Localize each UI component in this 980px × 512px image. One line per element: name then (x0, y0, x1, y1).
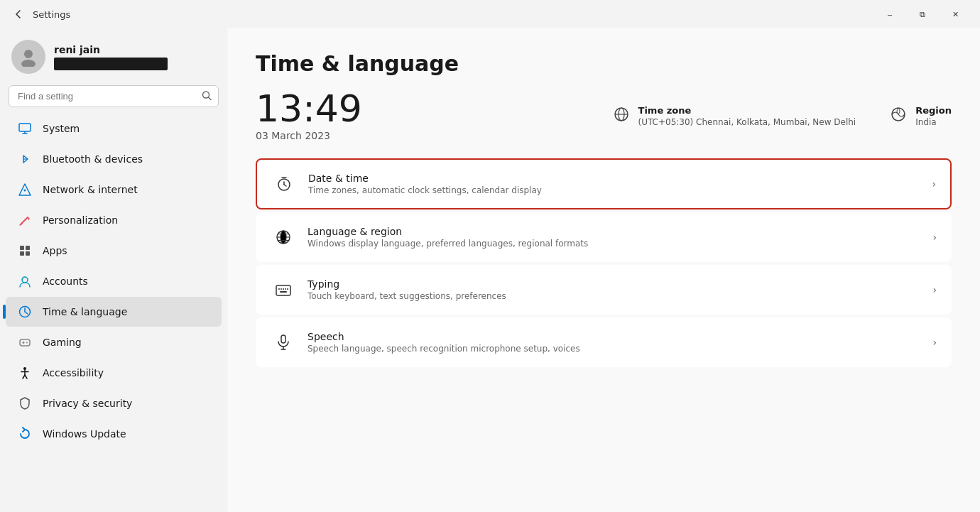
sidebar-item-apps[interactable]: Apps (6, 236, 222, 266)
maximize-button[interactable]: ⧉ (906, 0, 939, 28)
svg-rect-13 (20, 251, 24, 256)
app-container: reni jain System Bluetooth & devices Net… (0, 28, 980, 512)
bluetooth-icon (17, 151, 33, 167)
window-controls: – ⧉ ✕ (873, 0, 971, 28)
svg-point-37 (281, 231, 286, 244)
timezone-label: Time zone (638, 105, 856, 116)
svg-point-0 (24, 50, 33, 58)
main-content: Time & language 13:49 03 March 2023 (227, 28, 980, 512)
region-value: India (915, 117, 952, 127)
svg-line-34 (284, 185, 286, 186)
speech-text: Speech Speech language, speech recogniti… (307, 331, 921, 354)
sidebar-item-accounts[interactable]: Accounts (6, 266, 222, 296)
region-info: Region India (915, 105, 952, 127)
titlebar: Settings – ⧉ ✕ (0, 0, 980, 28)
speech-description: Speech language, speech recognition micr… (307, 344, 921, 354)
gaming-icon (17, 334, 33, 350)
svg-line-18 (25, 312, 28, 314)
privacy-icon (17, 396, 33, 411)
settings-item-typing[interactable]: Typing Touch keyboard, text suggestions,… (256, 265, 952, 315)
accounts-icon (17, 273, 33, 289)
back-button[interactable] (9, 4, 28, 24)
close-button[interactable]: ✕ (939, 0, 971, 28)
sidebar-item-bluetooth[interactable]: Bluetooth & devices (6, 144, 222, 174)
sidebar-item-privacy[interactable]: Privacy & security (6, 388, 222, 418)
date-time-chevron: › (932, 178, 936, 190)
settings-item-language-region[interactable]: Language & region Windows display langua… (256, 212, 952, 262)
user-email-redacted (54, 58, 168, 70)
sidebar-item-system[interactable]: System (6, 114, 222, 143)
date-time-title: Date & time (308, 173, 920, 184)
clock-display: 13:49 (256, 90, 613, 127)
typing-description: Touch keyboard, text suggestions, prefer… (307, 291, 921, 301)
titlebar-title: Settings (33, 9, 873, 20)
sidebar-item-label-privacy: Privacy & security (43, 398, 132, 409)
time-info-bar: 13:49 03 March 2023 Time zone (UTC+05:30… (256, 90, 952, 141)
svg-line-3 (209, 97, 212, 100)
apps-icon (17, 243, 33, 258)
sidebar: reni jain System Bluetooth & devices Net… (0, 28, 227, 512)
speech-chevron: › (932, 337, 937, 348)
svg-rect-12 (26, 246, 30, 250)
sidebar-item-label-network: Network & internet (43, 184, 138, 195)
sidebar-item-personalization[interactable]: Personalization (6, 205, 222, 235)
nav-menu: System Bluetooth & devices Network & int… (0, 113, 227, 450)
language-region-icon (271, 224, 296, 250)
region-label: Region (915, 105, 952, 116)
sidebar-item-label-personalization: Personalization (43, 214, 118, 226)
time-icon (17, 304, 33, 320)
system-icon (17, 121, 33, 136)
svg-point-15 (22, 277, 28, 283)
accessibility-icon (17, 365, 33, 381)
current-time: 13:49 03 March 2023 (256, 90, 613, 141)
typing-title: Typing (307, 278, 921, 290)
timezone-block: Time zone (UTC+05:30) Chennai, Kolkata, … (613, 105, 856, 127)
language-region-text: Language & region Windows display langua… (307, 226, 921, 249)
svg-line-26 (23, 375, 25, 378)
language-region-chevron: › (932, 232, 937, 243)
user-info: reni jain (54, 44, 168, 70)
minimize-button[interactable]: – (873, 0, 906, 28)
date-time-description: Time zones, automatic clock settings, ca… (308, 185, 920, 195)
timezone-icon (613, 106, 630, 126)
settings-list: Date & time Time zones, automatic clock … (256, 158, 952, 367)
svg-rect-4 (19, 124, 31, 131)
page-title: Time & language (256, 51, 952, 76)
settings-item-date-time[interactable]: Date & time Time zones, automatic clock … (256, 158, 952, 209)
sidebar-item-gaming[interactable]: Gaming (6, 327, 222, 357)
sidebar-item-time[interactable]: Time & language (6, 297, 222, 327)
avatar (11, 40, 45, 74)
region-icon (890, 106, 907, 126)
user-name: reni jain (54, 44, 168, 55)
date-time-icon (271, 171, 297, 197)
typing-text: Typing Touch keyboard, text suggestions,… (307, 278, 921, 301)
date-time-text: Date & time Time zones, automatic clock … (308, 173, 920, 195)
svg-rect-45 (281, 335, 285, 343)
sidebar-item-label-accessibility: Accessibility (43, 367, 104, 378)
sidebar-item-accessibility[interactable]: Accessibility (6, 358, 222, 388)
svg-rect-11 (20, 246, 24, 250)
personalization-icon (17, 212, 33, 228)
sidebar-item-label-time: Time & language (43, 306, 127, 317)
sidebar-item-label-bluetooth: Bluetooth & devices (43, 153, 143, 165)
language-region-title: Language & region (307, 226, 921, 237)
svg-point-8 (24, 190, 26, 192)
svg-rect-38 (276, 285, 290, 295)
speech-title: Speech (307, 331, 921, 342)
sidebar-item-label-apps: Apps (43, 245, 67, 256)
sidebar-item-update[interactable]: Windows Update (6, 419, 222, 449)
svg-point-22 (26, 342, 28, 344)
svg-rect-19 (20, 339, 30, 346)
sidebar-item-network[interactable]: Network & internet (6, 175, 222, 205)
svg-line-27 (25, 375, 27, 378)
sidebar-item-label-update: Windows Update (43, 428, 126, 440)
search-box (9, 85, 219, 107)
update-icon (17, 426, 33, 442)
search-input[interactable] (9, 85, 219, 107)
sidebar-item-label-accounts: Accounts (43, 276, 88, 287)
user-profile: reni jain (0, 28, 227, 82)
search-icon (202, 90, 212, 102)
sidebar-item-label-system: System (43, 123, 80, 134)
speech-icon (271, 329, 296, 355)
settings-item-speech[interactable]: Speech Speech language, speech recogniti… (256, 317, 952, 367)
